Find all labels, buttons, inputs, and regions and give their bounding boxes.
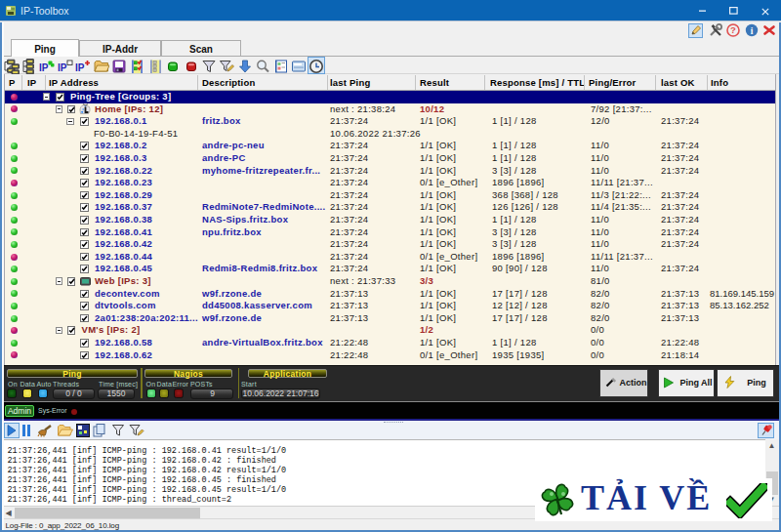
svg-text:i: i (751, 26, 754, 36)
svg-text:IP: IP (39, 62, 49, 73)
svg-text:IP: IP (58, 62, 67, 73)
svg-text:?: ? (730, 24, 736, 35)
svg-text:IP: IP (75, 62, 85, 73)
